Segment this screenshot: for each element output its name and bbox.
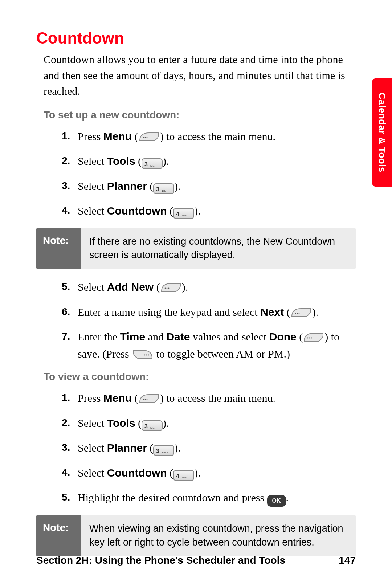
note-box-2: Note: When viewing an existing countdown… xyxy=(36,515,356,556)
steps-view: Press Menu () to access the main menu. S… xyxy=(62,390,356,507)
key-3-icon: DEF xyxy=(142,158,163,169)
key-3-icon: DEF xyxy=(153,445,174,456)
key-3-icon: DEF xyxy=(142,420,163,431)
left-softkey-icon xyxy=(138,131,160,142)
step-7: Enter the Time and Date values and selec… xyxy=(62,328,356,362)
step-v4: Select Countdown (GHI). xyxy=(62,465,356,482)
steps-setup-cont: Select Add New (). Enter a name using th… xyxy=(62,279,356,362)
svg-point-7 xyxy=(297,313,298,314)
step-v5: Highlight the desired countdown and pres… xyxy=(62,489,356,507)
step-v3: Select Planner (DEF). xyxy=(62,440,356,457)
svg-point-13 xyxy=(146,354,147,355)
left-softkey-icon xyxy=(138,393,160,404)
note-body: If there are no existing countdowns, the… xyxy=(81,228,356,269)
step-2: Select Tools (DEF). xyxy=(62,153,356,170)
svg-point-8 xyxy=(298,313,299,314)
svg-point-4 xyxy=(166,288,167,289)
section-tab: Calendar & Tools xyxy=(372,78,392,187)
svg-point-2 xyxy=(146,137,147,138)
key-4-icon: GHI xyxy=(173,208,194,219)
steps-setup: Press Menu () to access the main menu. S… xyxy=(62,128,356,220)
manual-page: Calendar & Tools Countdown Countdown all… xyxy=(0,0,392,588)
step-1: Press Menu () to access the main menu. xyxy=(62,128,356,145)
step-3: Select Planner (DEF). xyxy=(62,178,356,195)
svg-point-14 xyxy=(148,354,149,355)
note-box-1: Note: If there are no existing countdown… xyxy=(36,228,356,269)
svg-point-6 xyxy=(295,313,296,314)
svg-point-10 xyxy=(309,338,310,339)
intro-paragraph: Countdown allows you to enter a future d… xyxy=(44,52,356,99)
key-4-icon: GHI xyxy=(173,470,194,481)
note-label: Note: xyxy=(36,228,81,269)
left-softkey-icon xyxy=(303,332,324,343)
svg-point-11 xyxy=(311,338,312,339)
page-footer: Section 2H: Using the Phone's Scheduler … xyxy=(36,555,356,566)
step-6: Enter a name using the keypad and select… xyxy=(62,304,356,321)
step-5: Select Add New (). xyxy=(62,279,356,296)
step-v2: Select Tools (DEF). xyxy=(62,415,356,432)
page-title: Countdown xyxy=(36,29,356,47)
svg-point-9 xyxy=(307,338,309,339)
svg-point-15 xyxy=(143,399,144,400)
page-number: 147 xyxy=(339,555,356,566)
left-softkey-icon xyxy=(160,282,182,293)
note-label: Note: xyxy=(36,515,81,556)
svg-point-16 xyxy=(144,399,146,400)
note-body: When viewing an existing countdown, pres… xyxy=(81,515,356,556)
step-4: Select Countdown (GHI). xyxy=(62,203,356,220)
step-v1: Press Menu () to access the main menu. xyxy=(62,390,356,407)
right-softkey-icon xyxy=(132,349,154,360)
svg-point-0 xyxy=(143,137,144,138)
ok-key-icon: OK xyxy=(267,495,286,507)
svg-point-5 xyxy=(168,288,169,289)
key-3-icon: DEF xyxy=(153,183,174,194)
subheading-view: To view a countdown: xyxy=(44,371,356,383)
svg-point-3 xyxy=(164,288,166,289)
footer-section: Section 2H: Using the Phone's Scheduler … xyxy=(36,555,285,566)
svg-point-12 xyxy=(144,354,146,355)
left-softkey-icon xyxy=(290,307,312,318)
subheading-setup: To set up a new countdown: xyxy=(44,109,356,121)
svg-point-1 xyxy=(144,137,146,138)
section-tab-label: Calendar & Tools xyxy=(376,93,388,172)
svg-point-17 xyxy=(146,399,147,400)
